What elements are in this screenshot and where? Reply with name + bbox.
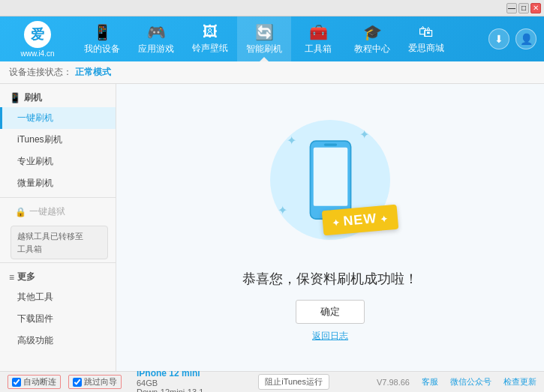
nav-toolbox[interactable]: 🧰 工具箱 — [291, 16, 345, 61]
bottom-left-section: 自动断连 跳过向导 iPhone 12 mini 64GB Down-12min… — [8, 368, 211, 393]
sidebar-item-advanced[interactable]: 高级功能 — [0, 330, 116, 352]
flash-section-icon: 📱 — [9, 92, 21, 103]
smart-flash-icon: 🔄 — [255, 23, 274, 41]
nav-smart-flash-label: 智能刷机 — [246, 43, 282, 55]
nav-toolbox-label: 工具箱 — [305, 43, 332, 55]
nav-tutorials-label: 教程中心 — [354, 43, 390, 55]
nav-smart-flash[interactable]: 🔄 智能刷机 — [237, 16, 291, 61]
sparkle-icon-1: ✦ — [287, 133, 296, 148]
titlebar: — □ ✕ — [0, 0, 544, 16]
apps-icon: 🎮 — [147, 23, 166, 41]
phone-badge-wrap: ✦ ✦ ✦ NEW — [263, 112, 398, 247]
auto-disconnect-checkbox-wrap[interactable]: 自动断连 — [8, 375, 61, 389]
tutorials-icon: 🎓 — [363, 23, 382, 41]
toolbox-icon: 🧰 — [309, 23, 328, 41]
sidebar-item-download-firmware[interactable]: 下载固件 — [0, 308, 116, 330]
confirm-button[interactable]: 确定 — [296, 300, 365, 324]
nav-shop-label: 爱思商城 — [408, 42, 444, 55]
sidebar-item-one-click-flash[interactable]: 一键刷机 — [0, 107, 116, 129]
nav-my-device[interactable]: 📱 我的设备 — [75, 16, 129, 61]
nav-actions: ⬇ 👤 — [488, 28, 544, 49]
sidebar-item-other-tools[interactable]: 其他工具 — [0, 286, 116, 308]
logo-icon: 爱 — [24, 21, 51, 48]
main-content: ✦ ✦ ✦ NEW 恭喜您，保资料刷机成功啦！ 确定 返回日志 — [116, 84, 544, 371]
nav-apps-label: 应用游戏 — [138, 43, 174, 55]
check-update-link[interactable]: 检查更新 — [503, 376, 536, 388]
svg-rect-3 — [323, 143, 336, 145]
device-storage: 64GB — [137, 379, 203, 388]
device-info: iPhone 12 mini 64GB Down-12mini-13.1 — [129, 368, 211, 393]
sidebar-divider-1 — [0, 197, 116, 198]
success-illustration: ✦ ✦ ✦ NEW — [263, 112, 398, 247]
nav-tutorials[interactable]: 🎓 教程中心 — [345, 16, 399, 61]
version-label: V7.98.66 — [377, 378, 410, 387]
skip-wizard-label: 跳过向导 — [84, 376, 117, 388]
auto-disconnect-label: 自动断连 — [23, 376, 56, 388]
sidebar-item-itunes-flash[interactable]: iTunes刷机 — [0, 129, 116, 151]
bottom-bar: 自动断连 跳过向导 iPhone 12 mini 64GB Down-12min… — [0, 371, 544, 392]
shop-icon: 🛍 — [419, 23, 434, 40]
sidebar-section-flash: 📱 刷机 — [0, 87, 116, 107]
auto-disconnect-checkbox[interactable] — [12, 378, 21, 387]
download-button[interactable]: ⬇ — [488, 28, 509, 49]
customer-service-link[interactable]: 客服 — [422, 376, 438, 388]
top-navigation: 爱 www.i4.cn 📱 我的设备 🎮 应用游戏 🖼 铃声壁纸 🔄 智能刷机 … — [0, 16, 544, 61]
sparkle-icon-2: ✦ — [359, 127, 369, 142]
maximize-button[interactable]: □ — [518, 3, 529, 13]
skip-wizard-checkbox-wrap[interactable]: 跳过向导 — [68, 375, 122, 389]
more-section-icon: ≡ — [9, 272, 14, 283]
nav-shop[interactable]: 🛍 爱思商城 — [399, 16, 453, 61]
skip-wizard-checkbox[interactable] — [73, 378, 82, 387]
nav-wallpaper[interactable]: 🖼 铃声壁纸 — [183, 16, 237, 61]
wechat-link[interactable]: 微信公众号 — [450, 376, 491, 388]
status-value: 正常模式 — [75, 66, 111, 79]
flash-section-label: 刷机 — [24, 91, 42, 104]
more-section-label: 更多 — [17, 271, 35, 283]
sidebar-section-more: ≡ 更多 — [0, 266, 116, 286]
wallpaper-icon: 🖼 — [203, 23, 218, 40]
sidebar-divider-2 — [0, 262, 116, 263]
close-button[interactable]: ✕ — [530, 3, 541, 13]
bottom-right-section: V7.98.66 客服 微信公众号 检查更新 — [377, 376, 536, 388]
logo-area: 爱 www.i4.cn — [0, 16, 75, 61]
sidebar-item-pro-flash[interactable]: 专业刷机 — [0, 151, 116, 172]
status-label: 设备连接状态： — [9, 66, 72, 79]
back-log-link[interactable]: 返回日志 — [312, 330, 348, 343]
nav-apps[interactable]: 🎮 应用游戏 — [129, 16, 183, 61]
bottom-stop-wrap: 阻止iTunes运行 — [258, 374, 329, 390]
sparkle-icon-3: ✦ — [278, 203, 287, 217]
nav-items: 📱 我的设备 🎮 应用游戏 🖼 铃声壁纸 🔄 智能刷机 🧰 工具箱 🎓 教程中心… — [75, 16, 488, 61]
lock-icon: 🔒 — [15, 207, 26, 217]
minimize-button[interactable]: — — [506, 3, 517, 13]
sidebar: 📱 刷机 一键刷机 iTunes刷机 专业刷机 微量刷机 🔒 一键越狱 越狱工具… — [0, 84, 116, 371]
main-layout: 📱 刷机 一键刷机 iTunes刷机 专业刷机 微量刷机 🔒 一键越狱 越狱工具… — [0, 84, 544, 371]
success-message: 恭喜您，保资料刷机成功啦！ — [242, 270, 418, 288]
user-button[interactable]: 👤 — [515, 28, 536, 49]
device-model: Down-12mini-13.1 — [137, 388, 203, 393]
jailbreak-label: 一键越狱 — [29, 205, 65, 218]
logo-text: www.i4.cn — [20, 49, 54, 58]
status-bar: 设备连接状态： 正常模式 — [0, 61, 544, 84]
nav-wallpaper-label: 铃声壁纸 — [192, 42, 228, 55]
sidebar-item-jailbreak-disabled: 🔒 一键越狱 — [0, 201, 116, 223]
nav-my-device-label: 我的设备 — [84, 43, 120, 55]
my-device-icon: 📱 — [93, 23, 112, 41]
svg-rect-1 — [313, 148, 347, 206]
sidebar-notice: 越狱工具已转移至工具箱 — [11, 226, 108, 259]
sidebar-item-micro-flash[interactable]: 微量刷机 — [0, 172, 116, 194]
stop-itunes-button[interactable]: 阻止iTunes运行 — [258, 374, 329, 390]
